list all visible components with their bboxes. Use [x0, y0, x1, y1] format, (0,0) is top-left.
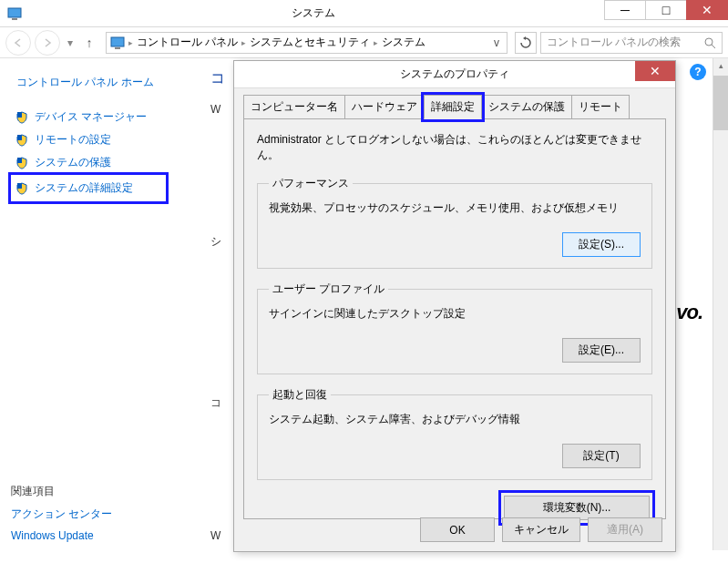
dialog-title: システムのプロパティ — [400, 67, 509, 82]
svg-line-5 — [712, 45, 715, 48]
shield-icon — [15, 133, 29, 148]
svg-rect-6 — [17, 112, 22, 118]
user-profile-group: ユーザー プロファイル サインインに関連したデスクトップ設定 設定(E)... — [257, 282, 652, 374]
performance-settings-button[interactable]: 設定(S)... — [562, 232, 641, 257]
sidebar-item-device-manager[interactable]: デバイス マネージャー — [11, 107, 185, 128]
chevron-right-icon: ▸ — [128, 38, 133, 47]
control-panel-home-link[interactable]: コントロール パネル ホーム — [16, 75, 185, 90]
vertical-scrollbar[interactable]: ▴ — [713, 58, 728, 550]
tab-advanced[interactable]: 詳細設定 — [424, 95, 482, 119]
startup-recovery-group: 起動と回復 システム起動、システム障害、およびデバッグ情報 設定(T) — [257, 387, 652, 480]
maximize-button[interactable]: □ — [645, 0, 687, 20]
startup-recovery-legend: 起動と回復 — [269, 387, 331, 403]
search-input[interactable]: コントロール パネルの検索 — [540, 32, 723, 54]
brand-logo: vo. — [676, 301, 702, 324]
tab-protection[interactable]: システムの保護 — [481, 95, 572, 119]
tab-computer-name[interactable]: コンピューター名 — [243, 95, 345, 119]
related-section-title: 関連項目 — [11, 484, 185, 499]
tab-hardware[interactable]: ハードウェア — [344, 95, 425, 119]
minimize-button[interactable]: ─ — [604, 0, 646, 20]
related-link-action-center[interactable]: アクション センター — [11, 507, 185, 522]
refresh-button[interactable] — [515, 32, 537, 54]
svg-rect-9 — [17, 183, 22, 189]
back-button[interactable] — [5, 30, 31, 56]
ok-button[interactable]: OK — [420, 517, 495, 542]
close-button[interactable]: ✕ — [686, 0, 728, 20]
breadcrumb-item[interactable]: コントロール パネル — [137, 35, 238, 50]
breadcrumb-item[interactable]: システムとセキュリティ — [250, 35, 370, 50]
chevron-right-icon: ▸ — [241, 38, 246, 47]
svg-rect-0 — [8, 8, 21, 17]
shield-icon — [15, 181, 29, 196]
breadcrumb-dropdown[interactable]: v — [490, 36, 503, 49]
breadcrumb-item[interactable]: システム — [382, 35, 426, 50]
startup-recovery-settings-button[interactable]: 設定(T) — [562, 444, 641, 468]
system-properties-dialog: システムのプロパティ ✕ コンピューター名 ハードウェア 詳細設定 システムの保… — [233, 60, 676, 552]
shield-icon — [15, 110, 29, 125]
help-icon[interactable]: ? — [690, 64, 706, 80]
svg-point-4 — [705, 38, 713, 46]
user-profile-legend: ユーザー プロファイル — [269, 282, 388, 297]
window-title: システム — [22, 5, 605, 21]
sidebar-link-label: リモートの設定 — [35, 132, 111, 148]
scroll-up-arrow[interactable]: ▴ — [713, 58, 728, 74]
startup-recovery-text: システム起動、システム障害、およびデバッグ情報 — [269, 412, 641, 427]
forward-button[interactable] — [35, 30, 60, 56]
cancel-button[interactable]: キャンセル — [502, 517, 580, 542]
admin-note: Administrator としてログオンしない場合は、これらのほとんどは変更で… — [257, 132, 652, 163]
dialog-close-button[interactable]: ✕ — [635, 61, 675, 81]
sidebar-link-label: デバイス マネージャー — [35, 109, 147, 125]
sidebar-item-advanced[interactable]: システムの詳細設定 — [11, 175, 166, 201]
scroll-thumb[interactable] — [713, 76, 728, 130]
computer-icon — [110, 36, 125, 50]
sidebar-item-remote[interactable]: リモートの設定 — [11, 129, 185, 150]
breadcrumb[interactable]: ▸ コントロール パネル ▸ システムとセキュリティ ▸ システム v — [106, 32, 508, 54]
performance-text: 視覚効果、プロセッサのスケジュール、メモリ使用、および仮想メモリ — [269, 200, 641, 216]
computer-icon — [7, 6, 22, 21]
chevron-right-icon: ▸ — [374, 38, 378, 47]
svg-rect-2 — [111, 37, 124, 46]
up-button[interactable]: ↑ — [80, 36, 98, 50]
performance-group: パフォーマンス 視覚効果、プロセッサのスケジュール、メモリ使用、および仮想メモリ… — [257, 176, 652, 269]
user-profile-text: サインインに関連したデスクトップ設定 — [269, 306, 641, 322]
sidebar-link-label: システムの保護 — [35, 155, 111, 170]
performance-legend: パフォーマンス — [269, 176, 353, 191]
svg-rect-7 — [17, 135, 22, 140]
svg-rect-3 — [115, 47, 120, 49]
shield-icon — [15, 156, 29, 170]
tab-remote[interactable]: リモート — [571, 95, 630, 119]
apply-button[interactable]: 適用(A) — [588, 517, 662, 542]
svg-rect-1 — [12, 18, 17, 20]
sidebar-item-protection[interactable]: システムの保護 — [11, 152, 185, 173]
history-dropdown[interactable]: ▾ — [64, 36, 77, 49]
search-placeholder: コントロール パネルの検索 — [547, 35, 681, 50]
svg-rect-8 — [17, 158, 22, 163]
sidebar-link-label: システムの詳細設定 — [35, 180, 133, 196]
related-link-windows-update[interactable]: Windows Update — [11, 529, 185, 542]
user-profile-settings-button[interactable]: 設定(E)... — [562, 338, 641, 363]
environment-variables-button[interactable]: 環境変数(N)... — [504, 496, 650, 520]
search-icon — [703, 36, 716, 49]
